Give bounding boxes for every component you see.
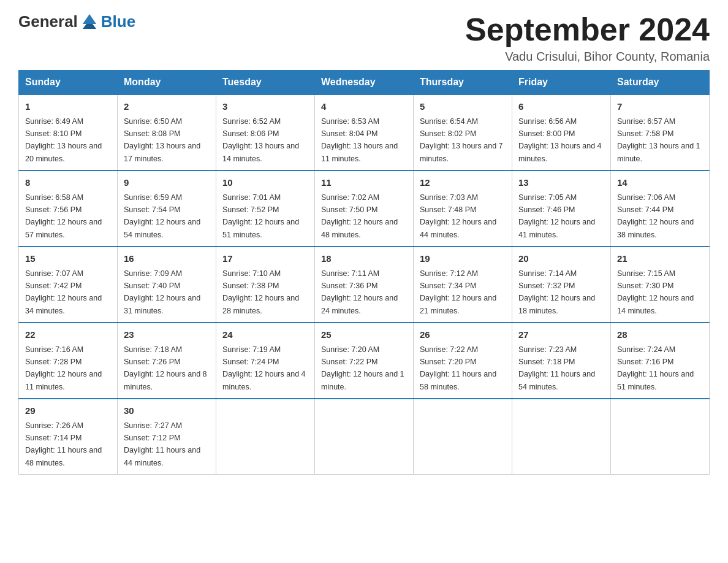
day-info: Sunrise: 7:23 AMSunset: 7:18 PMDaylight:… — [518, 345, 595, 391]
day-number: 29 — [25, 404, 111, 418]
day-cell: 26 Sunrise: 7:22 AMSunset: 7:20 PMDaylig… — [414, 323, 512, 399]
calendar-table: Sunday Monday Tuesday Wednesday Thursday… — [18, 70, 710, 475]
day-cell: 21 Sunrise: 7:15 AMSunset: 7:30 PMDaylig… — [611, 247, 710, 323]
day-number: 19 — [420, 252, 506, 266]
day-number: 20 — [518, 252, 604, 266]
month-title: September 2024 — [465, 12, 710, 47]
day-cell: 12 Sunrise: 7:03 AMSunset: 7:48 PMDaylig… — [414, 170, 512, 247]
day-cell: 23 Sunrise: 7:18 AMSunset: 7:26 PMDaylig… — [118, 323, 216, 399]
day-number: 16 — [124, 252, 210, 266]
day-number: 8 — [25, 176, 111, 190]
day-cell: 1 Sunrise: 6:49 AMSunset: 8:10 PMDayligh… — [19, 94, 118, 170]
day-info: Sunrise: 7:11 AMSunset: 7:36 PMDaylight:… — [321, 269, 398, 315]
day-cell: 27 Sunrise: 7:23 AMSunset: 7:18 PMDaylig… — [512, 323, 611, 399]
day-cell: 18 Sunrise: 7:11 AMSunset: 7:36 PMDaylig… — [315, 247, 414, 323]
day-number: 7 — [617, 100, 703, 114]
day-cell: 30 Sunrise: 7:27 AMSunset: 7:12 PMDaylig… — [118, 399, 216, 475]
day-cell — [315, 399, 414, 475]
header-sunday: Sunday — [19, 71, 118, 95]
days-header-row: Sunday Monday Tuesday Wednesday Thursday… — [19, 71, 710, 95]
header-wednesday: Wednesday — [315, 71, 414, 95]
day-number: 9 — [124, 176, 210, 190]
week-row-3: 15 Sunrise: 7:07 AMSunset: 7:42 PMDaylig… — [19, 247, 710, 323]
day-info: Sunrise: 7:27 AMSunset: 7:12 PMDaylight:… — [124, 421, 200, 467]
day-info: Sunrise: 6:54 AMSunset: 8:02 PMDaylight:… — [420, 117, 503, 163]
day-number: 3 — [222, 100, 308, 114]
header-friday: Friday — [512, 71, 611, 95]
day-cell: 3 Sunrise: 6:52 AMSunset: 8:06 PMDayligh… — [216, 94, 315, 170]
day-cell: 15 Sunrise: 7:07 AMSunset: 7:42 PMDaylig… — [19, 247, 118, 323]
day-info: Sunrise: 7:02 AMSunset: 7:50 PMDaylight:… — [321, 193, 398, 239]
day-number: 30 — [124, 404, 210, 418]
day-info: Sunrise: 6:50 AMSunset: 8:08 PMDaylight:… — [124, 117, 200, 163]
day-number: 10 — [222, 176, 308, 190]
logo-blue-text: Blue — [101, 12, 135, 31]
day-number: 2 — [124, 100, 210, 114]
day-number: 13 — [518, 176, 604, 190]
day-cell: 10 Sunrise: 7:01 AMSunset: 7:52 PMDaylig… — [216, 170, 315, 247]
day-number: 12 — [420, 176, 506, 190]
header-monday: Monday — [118, 71, 216, 95]
day-cell: 20 Sunrise: 7:14 AMSunset: 7:32 PMDaylig… — [512, 247, 611, 323]
day-cell — [414, 399, 512, 475]
day-number: 11 — [321, 176, 407, 190]
location-subtitle: Vadu Crisului, Bihor County, Romania — [465, 50, 710, 64]
week-row-4: 22 Sunrise: 7:16 AMSunset: 7:28 PMDaylig… — [19, 323, 710, 399]
header-saturday: Saturday — [611, 71, 710, 95]
logo-icon — [80, 10, 99, 29]
day-cell: 17 Sunrise: 7:10 AMSunset: 7:38 PMDaylig… — [216, 247, 315, 323]
day-info: Sunrise: 7:01 AMSunset: 7:52 PMDaylight:… — [222, 193, 299, 239]
day-number: 18 — [321, 252, 407, 266]
day-info: Sunrise: 7:19 AMSunset: 7:24 PMDaylight:… — [222, 345, 306, 391]
day-number: 6 — [518, 100, 604, 114]
day-info: Sunrise: 7:24 AMSunset: 7:16 PMDaylight:… — [617, 345, 694, 391]
day-number: 4 — [321, 100, 407, 114]
day-info: Sunrise: 7:16 AMSunset: 7:28 PMDaylight:… — [25, 345, 102, 391]
day-cell: 14 Sunrise: 7:06 AMSunset: 7:44 PMDaylig… — [611, 170, 710, 247]
day-cell: 16 Sunrise: 7:09 AMSunset: 7:40 PMDaylig… — [118, 247, 216, 323]
day-cell: 5 Sunrise: 6:54 AMSunset: 8:02 PMDayligh… — [414, 94, 512, 170]
day-number: 23 — [124, 328, 210, 342]
day-info: Sunrise: 6:59 AMSunset: 7:54 PMDaylight:… — [124, 193, 200, 239]
day-info: Sunrise: 7:06 AMSunset: 7:44 PMDaylight:… — [617, 193, 694, 239]
header-thursday: Thursday — [414, 71, 512, 95]
day-info: Sunrise: 6:58 AMSunset: 7:56 PMDaylight:… — [25, 193, 102, 239]
day-cell: 28 Sunrise: 7:24 AMSunset: 7:16 PMDaylig… — [611, 323, 710, 399]
day-number: 14 — [617, 176, 703, 190]
day-info: Sunrise: 6:52 AMSunset: 8:06 PMDaylight:… — [222, 117, 299, 163]
header-tuesday: Tuesday — [216, 71, 315, 95]
page-header: General Blue September 2024 Vadu Crisulu… — [18, 12, 710, 64]
day-info: Sunrise: 6:56 AMSunset: 8:00 PMDaylight:… — [518, 117, 602, 163]
svg-marker-1 — [83, 24, 96, 29]
logo-general-text: General — [18, 12, 78, 31]
day-number: 25 — [321, 328, 407, 342]
day-number: 28 — [617, 328, 703, 342]
day-cell: 8 Sunrise: 6:58 AMSunset: 7:56 PMDayligh… — [19, 170, 118, 247]
day-info: Sunrise: 6:53 AMSunset: 8:04 PMDaylight:… — [321, 117, 398, 163]
logo: General Blue — [18, 12, 135, 31]
day-number: 5 — [420, 100, 506, 114]
day-cell: 11 Sunrise: 7:02 AMSunset: 7:50 PMDaylig… — [315, 170, 414, 247]
day-info: Sunrise: 7:09 AMSunset: 7:40 PMDaylight:… — [124, 269, 200, 315]
day-cell: 22 Sunrise: 7:16 AMSunset: 7:28 PMDaylig… — [19, 323, 118, 399]
day-info: Sunrise: 6:57 AMSunset: 7:58 PMDaylight:… — [617, 117, 700, 163]
day-cell: 4 Sunrise: 6:53 AMSunset: 8:04 PMDayligh… — [315, 94, 414, 170]
day-number: 26 — [420, 328, 506, 342]
day-cell — [512, 399, 611, 475]
day-info: Sunrise: 7:20 AMSunset: 7:22 PMDaylight:… — [321, 345, 404, 391]
day-number: 1 — [25, 100, 111, 114]
day-cell: 19 Sunrise: 7:12 AMSunset: 7:34 PMDaylig… — [414, 247, 512, 323]
day-cell: 6 Sunrise: 6:56 AMSunset: 8:00 PMDayligh… — [512, 94, 611, 170]
day-number: 27 — [518, 328, 604, 342]
day-cell — [611, 399, 710, 475]
day-number: 21 — [617, 252, 703, 266]
day-info: Sunrise: 7:26 AMSunset: 7:14 PMDaylight:… — [25, 421, 102, 467]
day-info: Sunrise: 7:18 AMSunset: 7:26 PMDaylight:… — [124, 345, 207, 391]
day-number: 22 — [25, 328, 111, 342]
day-cell — [216, 399, 315, 475]
day-info: Sunrise: 7:12 AMSunset: 7:34 PMDaylight:… — [420, 269, 496, 315]
day-number: 17 — [222, 252, 308, 266]
day-info: Sunrise: 7:22 AMSunset: 7:20 PMDaylight:… — [420, 345, 496, 391]
day-number: 15 — [25, 252, 111, 266]
title-area: September 2024 Vadu Crisului, Bihor Coun… — [465, 12, 710, 64]
